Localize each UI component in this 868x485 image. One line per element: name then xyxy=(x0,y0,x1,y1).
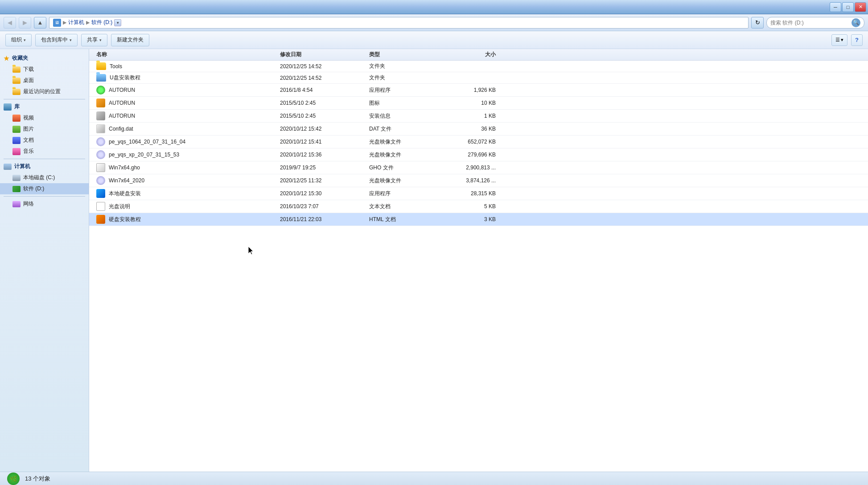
file-type: 应用程序 xyxy=(369,190,440,197)
breadcrumb-disk-d[interactable]: 软件 (D:) xyxy=(91,19,112,26)
col-header-name[interactable]: 名称 xyxy=(93,51,280,58)
help-button[interactable]: ? xyxy=(851,34,863,46)
sidebar-item-desktop[interactable]: 桌面 xyxy=(0,75,89,86)
file-type: DAT 文件 xyxy=(369,125,440,133)
table-row[interactable]: 硬盘安装教程 2016/11/21 22:03 HTML 文档 3 KB xyxy=(89,213,868,226)
organize-button[interactable]: 组织 ▾ xyxy=(5,34,32,46)
file-size: 3 KB xyxy=(440,216,503,222)
breadcrumb: 🖥 ▶ 计算机 ▶ 软件 (D:) ▾ xyxy=(49,17,749,29)
file-name: pe_yqs_xp_20_07_31_15_53 xyxy=(93,150,280,159)
file-area: 名称 修改日期 类型 大小 Tools 2020/12/25 14:52 文件夹… xyxy=(89,49,868,472)
breadcrumb-computer[interactable]: 计算机 xyxy=(68,19,84,26)
file-type: HTML 文档 xyxy=(369,216,440,223)
maximize-button[interactable]: □ xyxy=(842,2,854,12)
minimize-button[interactable]: ─ xyxy=(830,2,841,12)
library-icon xyxy=(4,103,12,111)
file-name: Win7x64_2020 xyxy=(93,176,280,185)
sidebar-item-doc[interactable]: 文档 xyxy=(0,135,89,146)
table-row[interactable]: AUTORUN 2015/5/10 2:45 安装信息 1 KB xyxy=(89,110,868,123)
up-button[interactable]: ▲ xyxy=(34,17,46,29)
file-type: 光盘映像文件 xyxy=(369,177,440,185)
file-date: 2015/5/10 2:45 xyxy=(280,100,369,106)
file-type: GHO 文件 xyxy=(369,164,440,172)
table-row[interactable]: pe_yqs_xp_20_07_31_15_53 2020/10/12 15:3… xyxy=(89,148,868,161)
table-row[interactable]: Config.dat 2020/10/12 15:42 DAT 文件 36 KB xyxy=(89,123,868,136)
file-size: 10 KB xyxy=(440,100,503,106)
file-date: 2020/10/12 15:30 xyxy=(280,190,369,197)
table-row[interactable]: AUTORUN 2015/5/10 2:45 图标 10 KB xyxy=(89,97,868,110)
breadcrumb-dropdown[interactable]: ▾ xyxy=(114,19,121,26)
view-button[interactable]: ☰ ▾ xyxy=(831,34,847,46)
forward-button[interactable]: ▶ xyxy=(19,17,31,29)
file-name: 光盘说明 xyxy=(93,202,280,211)
share-button[interactable]: 共享 ▾ xyxy=(81,34,107,46)
file-date: 2016/10/23 7:07 xyxy=(280,203,369,210)
main-area: ★ 收藏夹 下载 桌面 最近访问的位置 库 xyxy=(0,49,868,472)
disk-c-icon xyxy=(12,175,21,181)
search-input[interactable] xyxy=(770,20,850,26)
sidebar-item-video[interactable]: 视频 xyxy=(0,112,89,123)
sidebar-item-disk-c[interactable]: 本地磁盘 (C:) xyxy=(0,172,89,183)
sidebar-item-music[interactable]: 音乐 xyxy=(0,146,89,157)
file-name: Win7x64.gho xyxy=(93,163,280,172)
sidebar-item-download[interactable]: 下载 xyxy=(0,64,89,75)
table-row[interactable]: Win7x64.gho 2019/9/7 19:25 GHO 文件 2,900,… xyxy=(89,161,868,174)
view-icon: ☰ xyxy=(835,37,840,43)
new-folder-button[interactable]: 新建文件夹 xyxy=(111,34,149,46)
back-button[interactable]: ◀ xyxy=(4,17,16,29)
table-row[interactable]: U盘安装教程 2020/12/25 14:52 文件夹 xyxy=(89,72,868,84)
file-date: 2020/10/12 15:36 xyxy=(280,152,369,158)
sidebar-item-recent[interactable]: 最近访问的位置 xyxy=(0,86,89,97)
file-size: 3,874,126 ... xyxy=(440,177,503,184)
disk-d-icon xyxy=(12,186,21,192)
breadcrumb-sep-1: ▶ xyxy=(63,20,66,25)
download-folder-icon xyxy=(12,66,21,73)
sidebar-computer-header[interactable]: 计算机 xyxy=(0,161,89,172)
table-row[interactable]: pe_yqs_1064_20_07_31_16_04 2020/10/12 15… xyxy=(89,136,868,148)
sidebar-favorites-label: 收藏夹 xyxy=(12,54,28,62)
file-date: 2019/9/7 19:25 xyxy=(280,164,369,171)
sidebar-library-label: 库 xyxy=(14,103,20,111)
close-button[interactable]: ✕ xyxy=(855,2,866,12)
col-header-type[interactable]: 类型 xyxy=(369,51,440,58)
table-row[interactable]: AUTORUN 2016/1/8 4:54 应用程序 1,926 KB xyxy=(89,84,868,97)
sidebar-library-section: 库 视频 图片 文档 音乐 xyxy=(0,101,89,157)
file-type: 图标 xyxy=(369,99,440,107)
col-header-date[interactable]: 修改日期 xyxy=(280,51,369,58)
col-header-size[interactable]: 大小 xyxy=(440,51,503,58)
sidebar-item-disk-d[interactable]: 软件 (D:) xyxy=(0,183,89,194)
search-button[interactable]: 🔍 xyxy=(852,18,860,27)
sidebar-divider-1 xyxy=(4,99,85,99)
refresh-button[interactable]: ↻ xyxy=(751,17,764,29)
table-row[interactable]: Tools 2020/12/25 14:52 文件夹 xyxy=(89,61,868,72)
forward-icon: ▶ xyxy=(23,19,27,26)
file-date: 2016/11/21 22:03 xyxy=(280,216,369,222)
file-type: 光盘映像文件 xyxy=(369,151,440,159)
status-icon: 🌿 xyxy=(7,473,20,485)
file-size: 1,926 KB xyxy=(440,87,503,93)
file-size: 1 KB xyxy=(440,113,503,119)
file-name: U盘安装教程 xyxy=(93,74,280,82)
file-name: AUTORUN xyxy=(93,99,280,107)
table-row[interactable]: Win7x64_2020 2020/12/25 11:32 光盘映像文件 3,8… xyxy=(89,174,868,187)
file-date: 2020/10/12 15:41 xyxy=(280,139,369,145)
sidebar-favorites-header[interactable]: ★ 收藏夹 xyxy=(0,53,89,64)
sidebar-library-header[interactable]: 库 xyxy=(0,101,89,112)
file-name: pe_yqs_1064_20_07_31_16_04 xyxy=(93,137,280,146)
file-size: 5 KB xyxy=(440,203,503,210)
view-arrow: ▾ xyxy=(841,37,843,43)
include-label: 包含到库中 xyxy=(41,36,68,44)
sidebar-favorites-section: ★ 收藏夹 下载 桌面 最近访问的位置 xyxy=(0,53,89,97)
address-bar: ◀ ▶ ▲ 🖥 ▶ 计算机 ▶ 软件 (D:) ▾ ↻ 🔍 xyxy=(0,14,868,31)
include-library-button[interactable]: 包含到库中 ▾ xyxy=(35,34,78,46)
back-icon: ◀ xyxy=(8,19,12,26)
table-row[interactable]: 光盘说明 2016/10/23 7:07 文本文档 5 KB xyxy=(89,200,868,213)
sidebar-item-image[interactable]: 图片 xyxy=(0,123,89,135)
sidebar-download-label: 下载 xyxy=(23,66,34,73)
computer-icon xyxy=(4,164,12,170)
table-row[interactable]: 本地硬盘安装 2020/10/12 15:30 应用程序 28,315 KB xyxy=(89,187,868,200)
sidebar-network-section: 网络 xyxy=(0,198,89,210)
title-bar: ─ □ ✕ xyxy=(0,0,868,14)
sidebar-item-network[interactable]: 网络 xyxy=(0,198,89,210)
file-size: 2,900,813 ... xyxy=(440,164,503,171)
